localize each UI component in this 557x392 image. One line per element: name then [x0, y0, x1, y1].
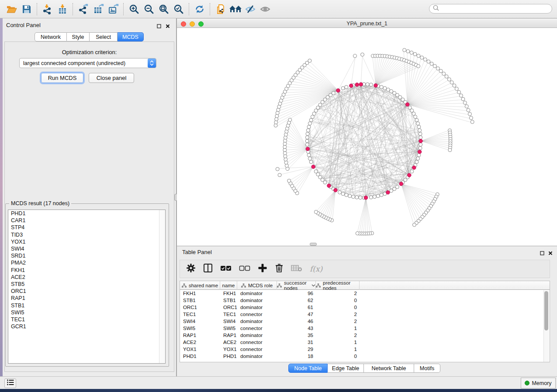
mcds-result-item[interactable]: ORC1 — [8, 288, 165, 295]
cell-successor_nodes: 43 — [277, 325, 316, 332]
table-row[interactable]: ACE2ACE2connector311 — [180, 339, 550, 346]
table-row[interactable]: STB1STB1dominator620 — [180, 297, 550, 304]
mcds-result-item[interactable]: STB5 — [8, 281, 165, 288]
mcds-result-item[interactable]: YOX1 — [8, 238, 165, 245]
run-mcds-button[interactable]: Run MCDS — [41, 73, 83, 83]
node-table[interactable]: shared namenameMCDS rolesuccessor nodesp… — [180, 281, 550, 362]
mcds-result-list[interactable]: PHD1CAR1STP4TID3YOX1SWI4SRD1PMA2FKH1ACE2… — [8, 210, 166, 364]
scrollbar-thumb[interactable] — [544, 291, 548, 330]
mcds-result-group: MCDS result (17 nodes) PHD1CAR1STP4TID3Y… — [5, 203, 169, 367]
mcds-result-item[interactable]: GCR1 — [8, 323, 165, 330]
cell-name: YOX1 — [220, 346, 237, 353]
tab-mcds[interactable]: MCDS — [118, 32, 144, 41]
tab-network-table[interactable]: Network Table — [364, 364, 414, 373]
delete-table-icon[interactable] — [291, 264, 302, 274]
table-row[interactable]: PHD1PHD1dominator180 — [180, 353, 550, 360]
table-row[interactable]: TEC1TEC1connector472 — [180, 311, 550, 318]
add-icon[interactable] — [258, 263, 267, 275]
mcds-result-item[interactable]: STB1 — [8, 302, 165, 309]
delete-icon[interactable] — [275, 263, 284, 275]
mcds-result-item[interactable]: SRD1 — [8, 252, 165, 259]
mcds-result-item[interactable]: TID3 — [8, 231, 165, 238]
list-icon — [7, 379, 14, 388]
mcds-result-item[interactable]: ACE2 — [8, 274, 165, 281]
import-table-icon[interactable] — [55, 2, 70, 16]
clone-network-icon[interactable] — [213, 2, 228, 16]
mcds-result-item[interactable]: SWI5 — [8, 309, 165, 316]
function-icon[interactable]: f(x) — [310, 265, 322, 273]
export-table-icon[interactable] — [91, 2, 106, 16]
table-row[interactable]: SWI4SWI4dominator462 — [180, 318, 550, 325]
criterion-dropdown[interactable]: largest connected component (undirected) — [19, 58, 156, 68]
cell-name: RAP1 — [220, 332, 237, 339]
export-network-icon[interactable] — [76, 2, 91, 16]
close-panel-icon[interactable] — [548, 249, 553, 257]
column-header-mcds-role[interactable]: MCDS role — [237, 281, 277, 290]
table-row[interactable]: YOX1YOX1connector291 — [180, 346, 550, 353]
splitter-grip[interactable] — [310, 243, 317, 246]
tab-network[interactable]: Network — [35, 32, 67, 41]
network-canvas[interactable] — [177, 28, 557, 246]
cell-predecessor_nodes: 2 — [316, 290, 360, 297]
task-history-button[interactable] — [4, 378, 16, 388]
mcds-result-item[interactable]: CAR1 — [8, 217, 165, 224]
close-panel-icon[interactable] — [166, 22, 170, 30]
tab-edge-table[interactable]: Edge Table — [328, 364, 364, 373]
float-panel-icon[interactable] — [157, 22, 161, 30]
cell-name: TEC1 — [220, 311, 237, 318]
zoom-selected-icon[interactable] — [171, 2, 186, 16]
split-columns-icon[interactable] — [203, 263, 213, 275]
import-network-icon[interactable] — [40, 2, 55, 16]
tab-style[interactable]: Style — [67, 32, 90, 41]
houses-icon[interactable] — [228, 2, 243, 16]
eye-icon[interactable] — [258, 2, 273, 16]
cell-predecessor_nodes: 2 — [316, 332, 360, 339]
cell-mcds_role: connector — [237, 346, 277, 353]
clear-checkboxes-icon[interactable] — [239, 263, 250, 275]
search-input[interactable] — [439, 5, 552, 13]
zoom-fit-icon[interactable] — [156, 2, 171, 16]
table-panel: Table Panel f(x) shared namenameMCDS rol… — [177, 246, 557, 376]
dropdown-stepper-icon — [148, 58, 156, 68]
mcds-result-item[interactable]: FKH1 — [8, 267, 165, 274]
hide-eye-icon[interactable] — [243, 2, 258, 16]
table-row[interactable]: RAP1RAP1dominator352 — [180, 332, 550, 339]
network-window-titlebar[interactable]: YPA_prune.txt_1 — [177, 19, 557, 28]
mcds-result-item[interactable]: RAP1 — [8, 295, 165, 302]
search-field[interactable] — [429, 4, 552, 14]
mcds-result-item[interactable]: PHD1 — [8, 210, 165, 217]
select-all-checkboxes-icon[interactable] — [220, 263, 232, 275]
table-row[interactable]: FKH1FKH1dominator962 — [180, 290, 550, 297]
tab-motifs[interactable]: Motifs — [414, 364, 440, 373]
column-header-successor-nodes[interactable]: successor nodes — [277, 281, 316, 290]
save-icon[interactable] — [19, 2, 34, 16]
column-header-shared-name[interactable]: shared name — [180, 281, 220, 290]
tab-select[interactable]: Select — [90, 32, 118, 41]
optimization-criterion-label: Optimization criterion: — [3, 49, 176, 55]
main-toolbar — [0, 0, 557, 18]
mcds-result-item[interactable]: SWI4 — [8, 245, 165, 252]
cell-shared_name: RAP1 — [180, 332, 220, 339]
refresh-icon[interactable] — [192, 2, 207, 16]
settings-gear-icon[interactable] — [186, 263, 196, 275]
float-panel-icon[interactable] — [540, 249, 544, 257]
zoom-in-icon[interactable] — [127, 2, 142, 16]
open-folder-icon[interactable] — [4, 2, 19, 16]
mcds-result-item[interactable]: TEC1 — [8, 316, 165, 323]
column-label: MCDS role — [248, 283, 273, 288]
cell-name: FKH1 — [220, 290, 237, 297]
mcds-result-item[interactable]: PMA2 — [8, 259, 165, 266]
memory-button[interactable]: Memory — [521, 378, 556, 389]
close-panel-button[interactable]: Close panel — [89, 73, 134, 83]
cell-shared_name: TEC1 — [180, 311, 220, 318]
column-header-name[interactable]: name — [220, 281, 237, 290]
mcds-result-item[interactable]: STP4 — [8, 224, 165, 231]
column-header-predecessor-nodes[interactable]: predecessor nodes — [316, 281, 360, 290]
tab-node-table[interactable]: Node Table — [288, 364, 328, 373]
table-row[interactable]: SWI5SWI5connector431 — [180, 325, 550, 332]
scrollbar-track[interactable] — [543, 290, 549, 362]
export-image-icon[interactable] — [106, 2, 121, 16]
table-row[interactable]: ORC1ORC1dominator610 — [180, 304, 550, 311]
zoom-out-icon[interactable] — [142, 2, 156, 16]
scrollbar-track[interactable] — [159, 210, 165, 363]
